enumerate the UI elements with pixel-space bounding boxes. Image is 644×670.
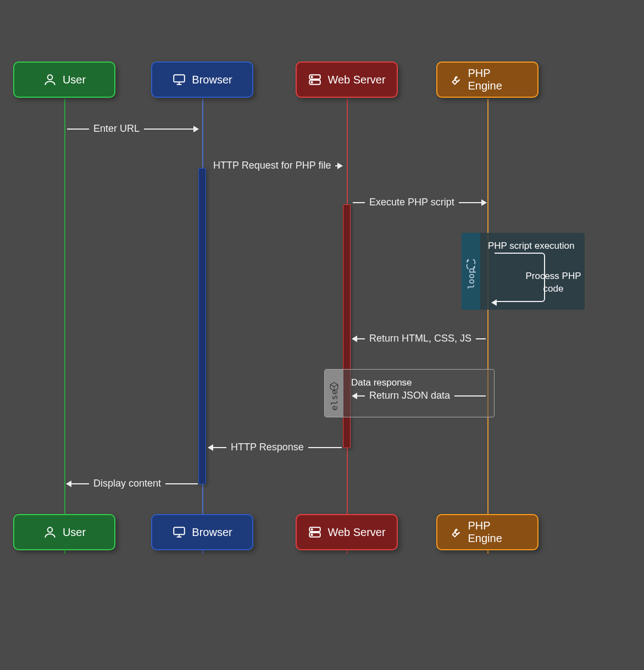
fragment-else-tab: else	[325, 370, 343, 417]
loop-icon	[466, 259, 476, 269]
server-icon	[308, 72, 322, 87]
participant-label: Web Server	[327, 526, 385, 539]
participant-label: Browser	[192, 526, 232, 539]
message-display-content: Display content	[67, 478, 198, 489]
message-http-response: HTTP Response	[209, 442, 342, 453]
fragment-loop-title: PHP script execution	[488, 241, 574, 252]
participant-label: User	[63, 74, 86, 86]
self-message-label: Process PHP code	[522, 270, 585, 295]
lifeline-user	[64, 99, 65, 554]
participant-php-top: PHP Engine	[436, 62, 538, 98]
participant-server-top: Web Server	[296, 62, 398, 98]
lifeline-php	[487, 99, 488, 554]
participant-user-top: User	[13, 62, 115, 98]
svg-point-0	[48, 75, 53, 80]
server-icon	[308, 525, 322, 539]
participant-label: Browser	[192, 74, 232, 86]
fragment-else-tag: else	[329, 389, 340, 411]
user-icon	[43, 525, 57, 539]
svg-point-10	[312, 529, 313, 530]
fragment-loop: loop PHP script execution Process PHP co…	[462, 233, 585, 310]
participant-label: Web Server	[327, 74, 385, 86]
monitor-icon	[172, 525, 186, 539]
svg-rect-7	[174, 527, 185, 534]
message-enter-url: Enter URL	[67, 123, 198, 135]
participant-label: User	[63, 526, 86, 539]
participant-user-bottom: User	[13, 514, 115, 550]
message-execute-php: Execute PHP script	[353, 197, 486, 208]
participant-browser-top: Browser	[151, 62, 253, 98]
message-return-json: Return JSON data	[353, 390, 486, 401]
svg-point-11	[312, 534, 313, 535]
svg-point-5	[312, 82, 313, 83]
fragment-else-title: Data response	[351, 377, 412, 388]
wrench-icon	[448, 72, 463, 87]
activation-browser	[198, 168, 206, 484]
participant-server-bottom: Web Server	[296, 514, 398, 550]
user-icon	[43, 72, 57, 87]
participant-label: PHP Engine	[468, 67, 527, 92]
fragment-loop-tag: loop	[466, 268, 476, 289]
message-return-html: Return HTML, CSS, JS	[353, 333, 486, 344]
svg-point-4	[312, 76, 313, 77]
participant-browser-bottom: Browser	[151, 514, 253, 550]
participant-label: PHP Engine	[468, 520, 527, 545]
svg-rect-1	[174, 75, 185, 82]
fragment-loop-tab: loop	[462, 233, 480, 310]
message-http-request: HTTP Request for PHP file	[209, 160, 343, 171]
monitor-icon	[172, 72, 186, 87]
participant-php-bottom: PHP Engine	[436, 514, 538, 550]
self-message-arrowhead	[491, 299, 497, 306]
svg-point-6	[48, 527, 53, 532]
wrench-icon	[448, 525, 463, 539]
